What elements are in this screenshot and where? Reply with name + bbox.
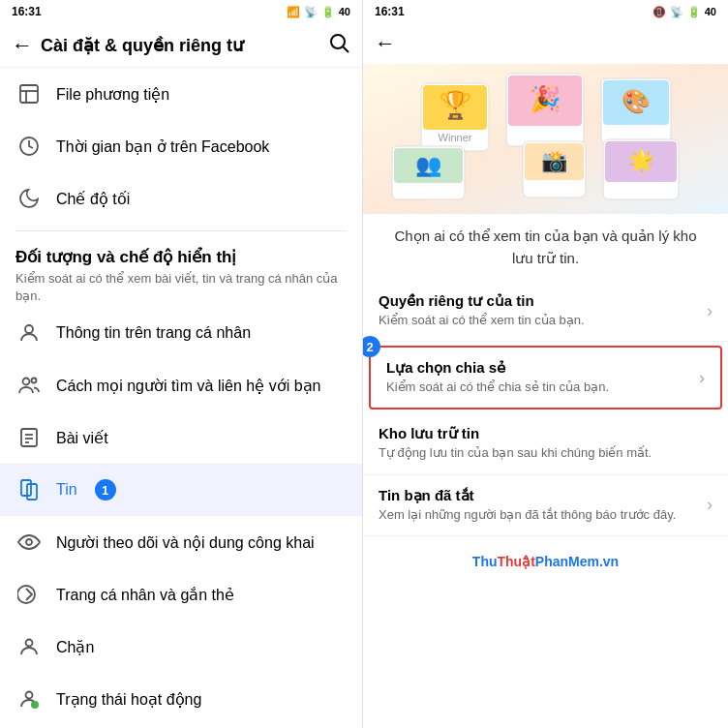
menu-label-cach-moi-nguoi: Cách mọi người tìm và liên hệ với bạn <box>56 377 320 395</box>
right-battery-icon: 🔋 <box>687 6 701 18</box>
menu-item-nguoi-theo-doi[interactable]: Người theo dõi và nội dung công khai <box>0 516 362 568</box>
menu-label-trang-ca-nhan: Trang cá nhân và gắn thẻ <box>56 586 234 604</box>
svg-rect-12 <box>27 484 37 500</box>
right-menu-item-kho-luu-tru[interactable]: Kho lưu trữ tin Tự động lưu tin của bạn … <box>363 413 728 474</box>
menu-item-trang-ca-nhan[interactable]: Trang cá nhân và gắn thẻ <box>0 568 362 621</box>
page-title: Cài đặt & quyền riêng tư <box>41 35 319 56</box>
menu-item-file-phuong-tien[interactable]: File phương tiện <box>0 68 362 120</box>
svg-rect-7 <box>21 429 37 446</box>
right-menu-subtitle-kho: Tự động lưu tin của bạn sau khi chúng bi… <box>379 444 652 462</box>
menu-label-bai-viet: Bài viết <box>56 429 108 447</box>
left-panel: 16:31 📶 📡 🔋 40 ← Cài đặt & quyền riêng t… <box>0 0 363 728</box>
left-status-bar: 16:31 📶 📡 🔋 40 <box>0 0 362 23</box>
menu-item-trang-thai[interactable]: Trạng thái hoạt động <box>0 673 362 725</box>
back-button[interactable]: ← <box>12 33 33 58</box>
svg-text:👥: 👥 <box>415 152 442 178</box>
svg-rect-2 <box>20 85 38 103</box>
svg-point-17 <box>31 701 39 709</box>
watermark-thu: Thu <box>472 554 498 569</box>
menu-item-che-do-toi[interactable]: Chế độ tối <box>0 172 362 225</box>
section-doi-tuong: Đối tượng và chế độ hiển thị Kiểm soát a… <box>0 237 362 307</box>
right-menu-item-text-lua-chon: Lựa chọn chia sẻ Kiểm soát ai có thể chi… <box>386 359 609 396</box>
right-menu-title-quyen: Quyền riêng tư của tin <box>379 292 585 310</box>
left-header: ← Cài đặt & quyền riêng tư <box>0 23 362 68</box>
svg-point-16 <box>26 692 33 699</box>
svg-text:🎨: 🎨 <box>622 87 651 115</box>
svg-point-15 <box>26 640 33 647</box>
right-back-button[interactable]: ← <box>375 31 396 56</box>
file-icon <box>15 80 43 107</box>
svg-point-0 <box>331 35 345 48</box>
right-menu-item-text: Quyền riêng tư của tin Kiểm soát ai có t… <box>379 292 585 329</box>
right-menu-subtitle-quyen: Kiểm soát ai có thể xem tin của bạn. <box>379 312 585 329</box>
right-menu-title-lua-chon: Lựa chọn chia sẻ <box>386 359 609 377</box>
left-menu-list: File phương tiện Thời gian bạn ở trên Fa… <box>0 68 362 728</box>
chevron-icon-lua-chon: › <box>699 368 705 388</box>
right-menu-subtitle-tin-da-tat: Xem lại những người bạn đã tắt thông báo… <box>379 506 676 524</box>
right-status-bar: 16:31 📵 📡 🔋 40 <box>363 0 728 23</box>
right-menu-item-quyen-rieng-tu[interactable]: Quyền riêng tư của tin Kiểm soát ai có t… <box>363 281 728 342</box>
battery-icon: 🔋 <box>321 6 335 18</box>
svg-point-13 <box>26 539 32 545</box>
right-signal-icon: 📵 <box>652 6 666 18</box>
svg-text:🏆: 🏆 <box>439 89 472 121</box>
svg-text:🌟: 🌟 <box>628 147 655 173</box>
section-doi-tuong-title: Đối tượng và chế độ hiển thị <box>15 247 347 267</box>
divider-1 <box>15 230 347 231</box>
menu-item-cach-moi-nguoi[interactable]: Cách mọi người tìm và liên hệ với bạn <box>0 359 362 411</box>
hero-image: 🏆 Winner 🎉 🎨 👥 📸 🌟 <box>363 64 728 214</box>
activity-icon <box>15 685 43 713</box>
block-icon <box>15 633 43 660</box>
svg-text:🎉: 🎉 <box>530 83 561 114</box>
people-icon <box>15 372 43 399</box>
menu-item-tin[interactable]: Tin 1 <box>0 464 362 516</box>
svg-text:Winner: Winner <box>439 132 472 143</box>
menu-label-file: File phương tiện <box>56 85 169 104</box>
menu-item-thoi-gian[interactable]: Thời gian bạn ở trên Facebook <box>0 120 362 172</box>
menu-label-trang-thai: Trạng thái hoạt động <box>56 690 201 709</box>
svg-text:📸: 📸 <box>541 148 568 174</box>
right-menu-list: Quyền riêng tư của tin Kiểm soát ai có t… <box>363 273 728 544</box>
menu-item-thong-tin-trang[interactable]: Thông tin trên trang cá nhân <box>0 307 362 359</box>
menu-label-chan: Chặn <box>56 638 94 656</box>
right-panel: 16:31 📵 📡 🔋 40 ← 🏆 <box>363 0 728 728</box>
right-menu-item-text-tin-da-tat: Tin bạn đã tắt Xem lại những người bạn đ… <box>379 487 676 524</box>
left-status-icons: 📶 📡 🔋 40 <box>287 6 350 18</box>
signal-icon: 📶 <box>287 6 300 18</box>
menu-label-tin: Tin <box>56 481 77 499</box>
menu-label-thoi-gian: Thời gian bạn ở trên Facebook <box>56 137 269 156</box>
tag-icon <box>15 581 43 608</box>
right-time: 16:31 <box>375 5 405 18</box>
search-button[interactable] <box>327 31 350 59</box>
hero-illustration: 🏆 Winner 🎉 🎨 👥 📸 🌟 <box>363 64 728 214</box>
watermark-rest: PhanMem.vn <box>535 554 619 569</box>
right-menu-item-lua-chon[interactable]: Lựa chọn chia sẻ Kiểm soát ai có thể chi… <box>369 346 722 410</box>
clock-icon <box>15 133 43 160</box>
svg-rect-11 <box>21 480 31 496</box>
wifi-icon: 📡 <box>304 6 318 18</box>
right-wifi-icon: 📡 <box>670 6 683 18</box>
right-menu-item-tin-da-tat[interactable]: Tin bạn đã tắt Xem lại những người bạn đ… <box>363 475 728 536</box>
moon-icon <box>15 185 43 212</box>
svg-line-1 <box>344 47 349 53</box>
section-doi-tuong-subtitle: Kiểm soát ai có thể xem bài viết, tin và… <box>15 270 347 305</box>
menu-item-bai-viet[interactable]: Bài viết <box>0 411 362 464</box>
right-status-icons: 📵 📡 🔋 40 <box>652 6 716 18</box>
right-header: ← <box>363 23 728 64</box>
watermark-thuat: Thuật <box>497 554 534 569</box>
left-time: 16:31 <box>12 5 42 18</box>
right-menu-subtitle-lua-chon: Kiểm soát ai có thể chia sẻ tin của bạn. <box>386 379 609 396</box>
chevron-icon-tin-da-tat: › <box>707 495 713 515</box>
right-menu-title-tin-da-tat: Tin bạn đã tắt <box>379 487 676 504</box>
watermark: ThuThuậtPhanMem.vn <box>363 544 728 579</box>
hero-subtitle: Chọn ai có thể xem tin của bạn và quản l… <box>363 214 728 273</box>
menu-label-che-do-toi: Chế độ tối <box>56 190 130 208</box>
eye-icon <box>15 529 43 556</box>
menu-label-nguoi-theo-doi: Người theo dõi và nội dung công khai <box>56 533 315 552</box>
chevron-icon-quyen: › <box>707 301 713 321</box>
menu-item-chan[interactable]: Chặn <box>0 621 362 673</box>
svg-point-4 <box>25 325 33 333</box>
svg-point-6 <box>32 379 37 383</box>
menu-label-thong-tin: Thông tin trên trang cá nhân <box>56 324 251 342</box>
tin-badge: 1 <box>95 479 116 500</box>
